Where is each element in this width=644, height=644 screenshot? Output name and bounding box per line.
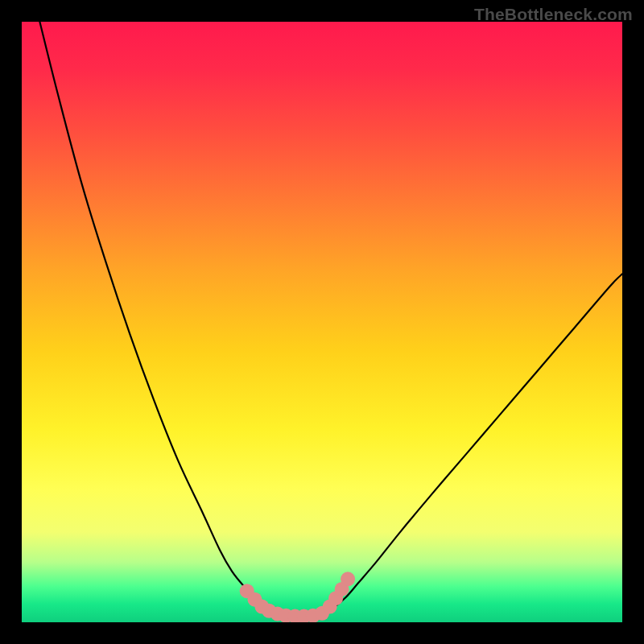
chart-svg — [22, 22, 622, 622]
brand-watermark: TheBottleneck.com — [474, 5, 633, 24]
chart-frame: TheBottleneck.com — [0, 0, 644, 644]
left-curve-path — [39, 22, 298, 617]
marker-cluster — [240, 572, 355, 622]
plot-area — [22, 22, 622, 622]
marker-dot — [341, 572, 355, 586]
right-curve-path — [298, 274, 622, 617]
series-layer — [39, 22, 622, 622]
